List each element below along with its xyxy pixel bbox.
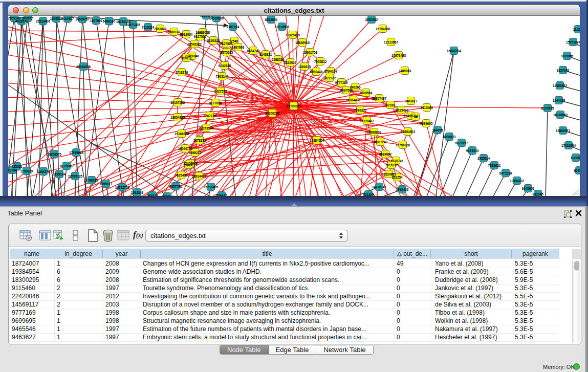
svg-text:111209: 111209 (573, 28, 580, 31)
svg-text:13226058: 13226058 (195, 31, 210, 34)
svg-text:21364436: 21364436 (346, 98, 361, 102)
svg-text:16210643: 16210643 (553, 113, 568, 117)
svg-text:19654923: 19654923 (401, 130, 416, 134)
svg-text:16782759: 16782759 (115, 186, 130, 189)
svg-text:10107553: 10107553 (170, 101, 185, 104)
svg-text:13692971: 13692971 (556, 129, 571, 133)
svg-text:989012: 989012 (181, 56, 192, 60)
svg-text:8938923: 8938923 (443, 135, 456, 139)
svg-text:19166825: 19166825 (175, 132, 189, 136)
svg-text:16154838: 16154838 (376, 27, 390, 31)
svg-text:20206576: 20206576 (47, 152, 62, 156)
svg-text:12093822: 12093822 (553, 84, 568, 87)
svg-text:8454749: 8454749 (247, 49, 260, 53)
svg-text:8813054: 8813054 (265, 18, 278, 21)
svg-text:7663822: 7663822 (154, 27, 167, 31)
svg-text:832045: 832045 (532, 192, 543, 196)
svg-text:7632621: 7632621 (488, 164, 501, 167)
svg-text:3624554: 3624554 (360, 91, 373, 95)
svg-text:9463627: 9463627 (405, 99, 418, 103)
svg-text:10046756: 10046756 (178, 147, 193, 150)
svg-text:904512: 904512 (574, 169, 580, 172)
svg-text:8186328: 8186328 (207, 39, 220, 42)
svg-text:1615132: 1615132 (385, 163, 398, 167)
svg-text:435061: 435061 (11, 165, 23, 168)
svg-text:18807249: 18807249 (373, 140, 388, 144)
svg-text:9657791: 9657791 (169, 185, 182, 188)
svg-text:7803144: 7803144 (216, 75, 229, 78)
svg-text:15720407: 15720407 (360, 119, 375, 123)
svg-text:18724007: 18724007 (287, 104, 301, 108)
svg-text:1527602: 1527602 (90, 19, 103, 23)
svg-text:1292348: 1292348 (131, 191, 144, 194)
svg-text:8427552: 8427552 (214, 90, 227, 93)
svg-text:15716485: 15716485 (204, 185, 219, 189)
svg-text:3675685: 3675685 (221, 51, 233, 54)
svg-text:9410327: 9410327 (61, 17, 74, 20)
svg-text:1795725: 1795725 (85, 179, 98, 182)
svg-text:7515524: 7515524 (142, 26, 155, 29)
svg-text:84: 84 (413, 115, 418, 119)
svg-text:8215955: 8215955 (541, 106, 554, 110)
svg-text:8912954: 8912954 (180, 33, 193, 36)
svg-text:116753: 116753 (571, 156, 580, 160)
svg-text:903557: 903557 (22, 16, 33, 20)
svg-text:19384554: 19384554 (310, 139, 324, 142)
svg-text:9245652: 9245652 (522, 187, 535, 190)
svg-text:3267130: 3267130 (204, 114, 216, 118)
svg-text:164095: 164095 (432, 128, 443, 132)
svg-text:7986322: 7986322 (354, 108, 367, 112)
svg-text:10655267: 10655267 (75, 17, 90, 21)
svg-text:12353594: 12353594 (199, 126, 214, 130)
svg-text:8990448: 8990448 (310, 70, 323, 74)
svg-text:8471626: 8471626 (499, 171, 512, 175)
svg-text:9227342: 9227342 (557, 69, 570, 72)
svg-text:29053346: 29053346 (76, 65, 91, 69)
svg-text:9327505: 9327505 (194, 35, 207, 38)
svg-text:1621022: 1621022 (323, 76, 336, 80)
svg-text:252254: 252254 (391, 176, 403, 179)
svg-text:2546: 2546 (231, 39, 238, 43)
svg-text:4035572: 4035572 (15, 19, 28, 23)
svg-text:12213967: 12213967 (384, 40, 399, 44)
svg-text:6879197: 6879197 (455, 141, 468, 145)
svg-text:2087682: 2087682 (365, 18, 378, 21)
svg-text:10025433: 10025433 (394, 108, 409, 112)
svg-text:17016504: 17016504 (561, 144, 576, 147)
svg-text:10688609: 10688609 (367, 130, 382, 134)
svg-text:1362615: 1362615 (298, 65, 311, 69)
svg-text:2588520: 2588520 (272, 58, 285, 61)
svg-text:17359924: 17359924 (69, 151, 84, 155)
svg-text:10671385: 10671385 (126, 23, 141, 27)
svg-text:9242848: 9242848 (219, 64, 231, 68)
svg-text:1244419: 1244419 (553, 99, 565, 102)
svg-text:6466160: 6466160 (103, 19, 116, 23)
svg-text:7357224: 7357224 (227, 25, 239, 29)
svg-text:12218506: 12218506 (275, 25, 290, 29)
svg-text:39154: 39154 (8, 168, 17, 172)
svg-text:9115460: 9115460 (421, 106, 433, 110)
svg-text:10375867: 10375867 (59, 164, 74, 168)
svg-text:9489: 9489 (185, 163, 192, 167)
svg-text:16120746: 16120746 (389, 159, 404, 163)
svg-text:9684067: 9684067 (379, 152, 392, 156)
svg-text:14136141: 14136141 (372, 185, 387, 189)
svg-text:15751074: 15751074 (566, 40, 580, 44)
svg-text:9329966: 9329966 (561, 54, 574, 58)
svg-text:9474444: 9474444 (466, 149, 479, 152)
svg-text:6794024: 6794024 (324, 70, 337, 73)
svg-text:7625402: 7625402 (175, 173, 188, 177)
svg-text:12505135: 12505135 (68, 174, 83, 178)
svg-text:62160: 62160 (386, 103, 395, 107)
svg-text:3878332: 3878332 (193, 139, 206, 142)
svg-text:2935114: 2935114 (477, 157, 490, 160)
svg-text:9777169: 9777169 (335, 81, 348, 84)
svg-text:9177006: 9177006 (209, 101, 222, 105)
svg-text:1156829: 1156829 (20, 169, 33, 173)
svg-text:1145194: 1145194 (53, 172, 66, 176)
svg-text:2367608: 2367608 (232, 46, 245, 49)
svg-text:1234273: 1234273 (37, 170, 50, 173)
svg-text:8660123: 8660123 (168, 30, 181, 34)
svg-text:18640910: 18640910 (295, 41, 310, 45)
svg-text:13325419: 13325419 (286, 33, 300, 37)
